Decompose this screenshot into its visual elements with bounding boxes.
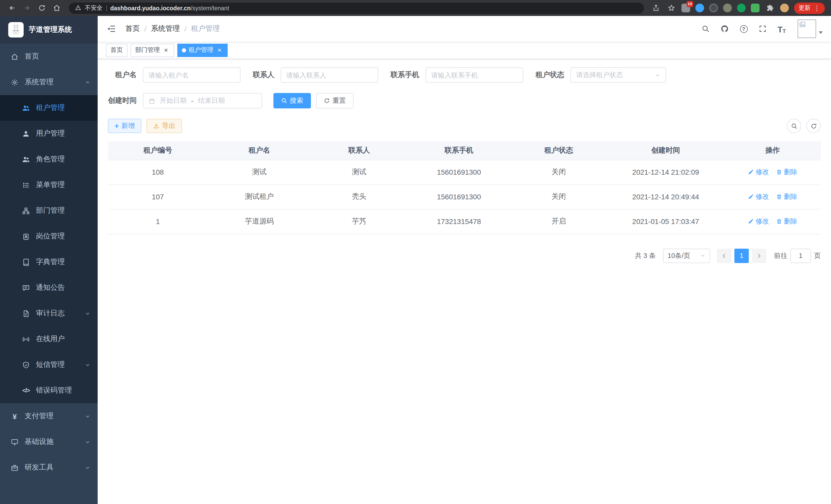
- page-size-select[interactable]: 10条/页: [663, 248, 710, 263]
- search-button[interactable]: 搜索: [274, 93, 311, 109]
- tag-close-icon[interactable]: ×: [216, 47, 223, 54]
- breadcrumb-home[interactable]: 首页: [125, 24, 140, 33]
- share-icon[interactable]: [651, 3, 661, 13]
- top-navbar: 首页 / 系统管理 / 租户管理 ?: [98, 16, 831, 41]
- sidebar-item-menu[interactable]: 菜单管理: [0, 172, 98, 198]
- fullscreen-icon[interactable]: [757, 24, 768, 34]
- org-tree-icon: [22, 207, 30, 214]
- delete-link[interactable]: 删除: [776, 192, 797, 201]
- reset-button[interactable]: 重置: [316, 93, 353, 109]
- security-label[interactable]: 不安全: [85, 4, 103, 12]
- page-number-1[interactable]: 1: [735, 248, 749, 263]
- extension-badge: 10: [686, 1, 693, 7]
- help-icon[interactable]: ?: [739, 24, 749, 34]
- sidebar-item-post[interactable]: 岗位管理: [0, 224, 98, 249]
- list-icon: [22, 181, 30, 189]
- toolbox-icon: [10, 464, 19, 471]
- sidebar-item-sms[interactable]: 短信管理: [0, 352, 98, 378]
- sidebar-item-label: 错误码管理: [36, 386, 72, 395]
- prev-page-button[interactable]: [717, 248, 731, 263]
- filter-tenant-name: 租户名: [108, 67, 240, 83]
- contact-label: 联系人: [253, 70, 275, 80]
- github-icon[interactable]: [719, 24, 730, 34]
- extension-icon-6[interactable]: [751, 4, 760, 12]
- logo-rabbit-icon: [8, 22, 24, 37]
- refresh-table-button[interactable]: [806, 119, 821, 133]
- sidebar-item-label: 研发工具: [25, 463, 53, 472]
- sidebar-item-dict[interactable]: 字典管理: [0, 249, 98, 275]
- sidebar-item-dev-tools[interactable]: 研发工具: [0, 455, 98, 480]
- header-status: 租户状态: [511, 141, 607, 160]
- bookmark-star-icon[interactable]: [666, 3, 676, 13]
- delete-label: 删除: [784, 217, 797, 226]
- tag-dept[interactable]: 部门管理 ×: [131, 43, 174, 57]
- cell-created: 2021-01-05 17:03:47: [607, 209, 725, 234]
- browser-menu-icon[interactable]: ⋮: [813, 5, 820, 11]
- browser-back-button[interactable]: [6, 2, 18, 13]
- browser-refresh-button[interactable]: [36, 2, 47, 13]
- add-button[interactable]: + 新增: [108, 119, 141, 133]
- delete-link[interactable]: 删除: [776, 217, 797, 226]
- sidebar: 芋道管理系统 首页 系统管理: [0, 16, 98, 504]
- reset-button-label: 重置: [333, 96, 346, 105]
- delete-link[interactable]: 删除: [776, 168, 797, 177]
- sidebar-item-online-users[interactable]: 在线用户: [0, 326, 98, 352]
- date-range-picker[interactable]: 开始日期 - 结束日期: [143, 93, 262, 109]
- sidebar-item-audit-log[interactable]: 审计日志: [0, 301, 98, 326]
- main-area: 首页 / 系统管理 / 租户管理 ?: [98, 16, 831, 504]
- font-size-icon[interactable]: TT: [776, 24, 787, 34]
- extension-icon-2[interactable]: [695, 4, 704, 12]
- extension-icon-3[interactable]: [709, 4, 718, 12]
- filter-create-time: 创建时间 开始日期 - 结束日期: [108, 93, 262, 109]
- extension-icon-5[interactable]: [737, 4, 746, 12]
- navbar-actions: ? TT: [700, 20, 823, 38]
- status-select[interactable]: 请选择租户状态: [570, 67, 666, 83]
- contact-input[interactable]: [281, 67, 378, 83]
- next-page-button[interactable]: [752, 248, 766, 263]
- sidebar-item-notice[interactable]: 通知公告: [0, 275, 98, 301]
- address-bar[interactable]: 不安全 dashboard.yudao.iocoder.cn/system/te…: [69, 2, 644, 13]
- app-logo[interactable]: 芋道管理系统: [0, 16, 98, 44]
- yen-icon: ¥: [10, 412, 19, 420]
- browser-forward-button[interactable]: [21, 2, 32, 13]
- sidebar-item-dept[interactable]: 部门管理: [0, 198, 98, 224]
- extension-icon-4[interactable]: [723, 4, 732, 12]
- tag-tenant-active[interactable]: 租户管理 ×: [177, 43, 228, 57]
- sidebar-item-label: 首页: [25, 52, 39, 61]
- caret-down-icon: [819, 31, 823, 34]
- chrome-update-button[interactable]: 更新 ⋮: [794, 2, 825, 13]
- edit-label: 修改: [756, 168, 769, 177]
- toggle-search-button[interactable]: [787, 119, 801, 133]
- sidebar-item-system[interactable]: 系统管理: [0, 69, 98, 95]
- sidebar-item-infra[interactable]: 基础设施: [0, 429, 98, 455]
- sidebar-item-pay[interactable]: ¥ 支付管理: [0, 403, 98, 429]
- export-button[interactable]: 导出: [146, 119, 182, 133]
- extension-icon-1[interactable]: 10: [682, 4, 690, 12]
- header-search-icon[interactable]: [700, 24, 711, 34]
- edit-link[interactable]: 修改: [748, 192, 769, 201]
- extensions-puzzle-icon[interactable]: [765, 3, 775, 13]
- table-toolbar: + 新增 导出: [108, 119, 821, 133]
- edit-link[interactable]: 修改: [748, 168, 769, 177]
- sidebar-item-role[interactable]: 角色管理: [0, 146, 98, 172]
- cell-tenant-name: 测试租户: [208, 184, 311, 209]
- breadcrumb-system[interactable]: 系统管理: [151, 24, 180, 33]
- sidebar-item-tenant[interactable]: 租户管理: [0, 95, 98, 121]
- tag-home[interactable]: 首页: [106, 43, 127, 57]
- browser-profile-avatar[interactable]: [780, 4, 789, 12]
- cell-tenant-id: 107: [108, 184, 208, 209]
- export-button-label: 导出: [162, 121, 175, 130]
- goto-page-input[interactable]: [791, 248, 811, 263]
- tag-close-icon[interactable]: ×: [163, 47, 170, 54]
- sidebar-toggle-icon[interactable]: [106, 23, 117, 34]
- user-avatar[interactable]: [798, 20, 823, 38]
- sidebar-item-home[interactable]: 首页: [0, 44, 98, 69]
- mobile-input[interactable]: [426, 67, 523, 83]
- browser-home-button[interactable]: [51, 2, 62, 13]
- cell-mobile: 15601691300: [407, 184, 511, 209]
- sidebar-item-user[interactable]: 用户管理: [0, 121, 98, 146]
- edit-link[interactable]: 修改: [748, 217, 769, 226]
- sidebar-item-error-code[interactable]: </> 错误码管理: [0, 378, 98, 403]
- tenant-name-input[interactable]: [143, 67, 240, 83]
- tenant-name-label: 租户名: [108, 70, 137, 80]
